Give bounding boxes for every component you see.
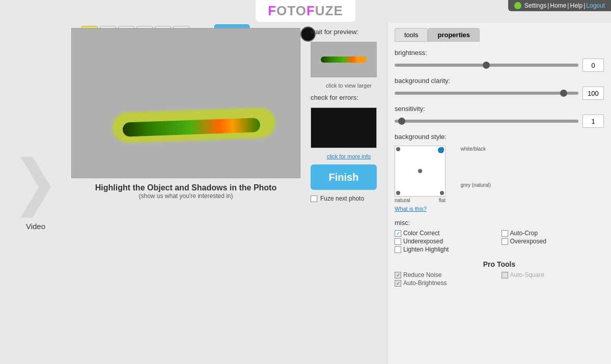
brightness-thumb[interactable] — [483, 62, 490, 69]
topbar: Settings | Home | Help | Logout — [508, 0, 611, 11]
help-link[interactable]: Help — [570, 2, 582, 9]
sep2: | — [567, 2, 569, 9]
bg-clarity-slider[interactable] — [395, 92, 578, 95]
misc-label: misc: — [395, 219, 604, 227]
misc-grid: Color Correct Auto-Crop Underexposed Ove… — [395, 230, 604, 253]
auto-square-label: Auto-Square — [510, 271, 544, 278]
canvas-caption: Highlight the Object and Shadows in the … — [71, 183, 300, 192]
bg-active-dot — [438, 147, 444, 153]
overexposed-checkbox[interactable] — [502, 238, 508, 245]
bg-clarity-thumb[interactable] — [560, 90, 567, 97]
white-black-label: white/black — [461, 146, 491, 152]
click-larger-link[interactable]: click to view larger — [311, 82, 387, 89]
bg-right-labels: white/black grey (natural) — [461, 146, 491, 188]
bg-clarity-value[interactable]: 100 — [582, 87, 604, 100]
auto-crop-checkbox[interactable] — [502, 230, 508, 237]
corner-center — [418, 169, 422, 173]
brightness-row: 0 — [395, 59, 604, 72]
reduce-noise-checkbox[interactable] — [395, 272, 401, 278]
settings-link[interactable]: Settings — [524, 2, 546, 9]
bg-style-bottom-labels: natural flat — [395, 198, 446, 203]
sensitivity-value[interactable]: 1 — [582, 115, 604, 128]
sensitivity-thumb[interactable] — [398, 118, 405, 125]
pro-tools-header: Pro Tools — [395, 260, 604, 268]
bg-clarity-row: 100 — [395, 87, 604, 100]
video-label: Video — [26, 222, 45, 231]
auto-brightness-checkbox[interactable] — [395, 280, 401, 287]
sep3: | — [584, 2, 585, 9]
pro-reduce-noise: Reduce Noise — [395, 271, 497, 278]
error-preview[interactable] — [311, 107, 377, 148]
fuze-next-checkbox[interactable] — [311, 195, 317, 202]
pro-tools-grid: Reduce Noise Auto-Square Auto-Brightness — [395, 271, 604, 287]
sensitivity-row: 1 — [395, 115, 604, 128]
error-check-label: check for errors: — [311, 94, 387, 101]
underexposed-checkbox[interactable] — [395, 238, 401, 245]
sensitivity-slider[interactable] — [395, 120, 578, 123]
lighten-label: Lighten Highlight — [403, 246, 449, 253]
misc-underexposed: Underexposed — [395, 238, 497, 245]
underexposed-label: Underexposed — [403, 238, 443, 245]
misc-lighten: Lighten Highlight — [395, 246, 604, 253]
flat-label: flat — [439, 198, 446, 203]
click-more-info-link[interactable]: click for more info — [311, 153, 387, 159]
pro-auto-brightness: Auto-Brightness — [395, 279, 497, 287]
color-correct-label: Color Correct — [403, 230, 439, 237]
brightness-value[interactable]: 0 — [582, 59, 604, 72]
logo-text: FOTOFUZE — [268, 3, 343, 18]
main-layout: Video Highlight the Object and Shadows i… — [0, 23, 611, 364]
what-is-this-link[interactable]: What is this? — [395, 206, 604, 212]
auto-square-checkbox[interactable] — [502, 272, 508, 278]
brightness-label: brightness: — [395, 49, 604, 57]
wait-preview-label: wait for preview: — [311, 28, 387, 36]
color-correct-checkbox[interactable] — [395, 230, 401, 237]
overexposed-label: Overexposed — [510, 238, 546, 245]
fuze-next-label: Fuze next photo — [320, 195, 364, 202]
bg-style-container-wrapper: white/black grey (natural) natural flat — [395, 143, 446, 203]
auto-brightness-label: Auto-Brightness — [403, 279, 447, 287]
corner-bl — [396, 191, 400, 195]
sensitivity-label: sensitivity: — [395, 105, 604, 113]
auto-crop-label: Auto-Crop — [510, 230, 538, 237]
lighten-checkbox[interactable] — [395, 246, 401, 253]
preview-panel: wait for preview: click to view larger c… — [306, 23, 387, 364]
pro-auto-square: Auto-Square — [502, 271, 604, 278]
preview-thumbnail[interactable] — [311, 42, 377, 77]
gear-icon — [514, 2, 521, 9]
corner-br — [440, 191, 444, 195]
reduce-noise-label: Reduce Noise — [403, 271, 441, 278]
misc-auto-crop: Auto-Crop — [502, 230, 604, 237]
misc-color-correct: Color Correct — [395, 230, 497, 237]
properties-panel: tools properties brightness: 0 backgroun… — [387, 23, 611, 364]
panel-tabs: tools properties — [395, 28, 604, 42]
bg-clarity-label: background clarity: — [395, 77, 604, 85]
brightness-slider[interactable] — [395, 64, 578, 67]
logout-link[interactable]: Logout — [586, 2, 605, 9]
logo: FOTOFUZE — [256, 0, 355, 22]
main-canvas[interactable] — [71, 28, 300, 178]
misc-overexposed: Overexposed — [502, 238, 604, 245]
bg-style-grid[interactable]: white/black grey (natural) — [395, 146, 446, 197]
natural-label: natural — [395, 198, 410, 203]
bg-style-label: background style: — [395, 133, 604, 141]
fuze-next-row: Fuze next photo — [311, 195, 387, 202]
canvas-area: Highlight the Object and Shadows in the … — [71, 23, 306, 364]
grey-natural-label: grey (natural) — [461, 182, 491, 188]
finish-button[interactable]: Finish — [311, 164, 377, 190]
thumb-pen-image — [321, 57, 367, 63]
home-link[interactable]: Home — [550, 2, 566, 9]
tab-tools[interactable]: tools — [395, 28, 428, 42]
canvas-subcaption: (show us what you're interested in) — [71, 192, 300, 200]
prev-arrow[interactable] — [20, 157, 51, 218]
left-panel: Video — [0, 23, 71, 364]
tab-properties[interactable]: properties — [428, 28, 480, 42]
corner-tl — [396, 147, 400, 151]
sep1: | — [547, 2, 549, 9]
